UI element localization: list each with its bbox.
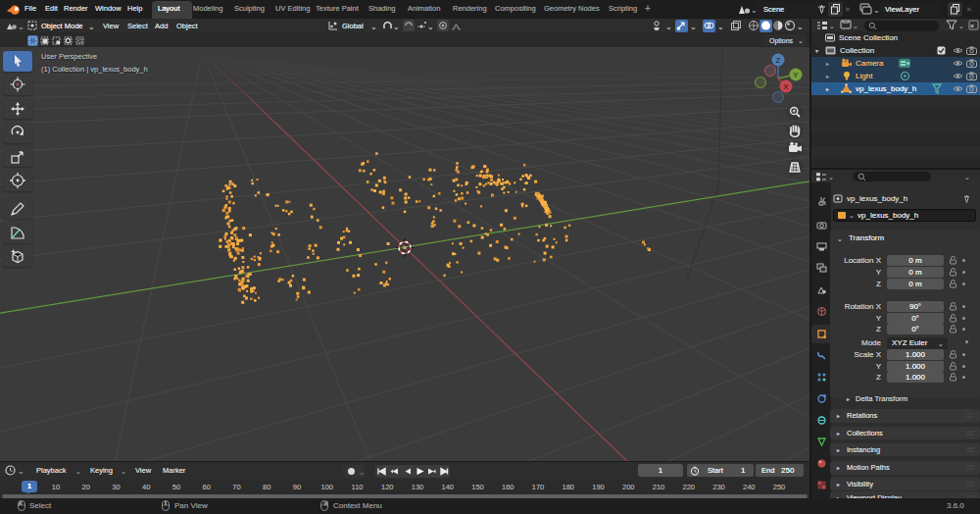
svg-text:Z: Z [776, 56, 781, 65]
svg-text:X: X [783, 82, 789, 91]
svg-text:Y: Y [793, 71, 799, 79]
